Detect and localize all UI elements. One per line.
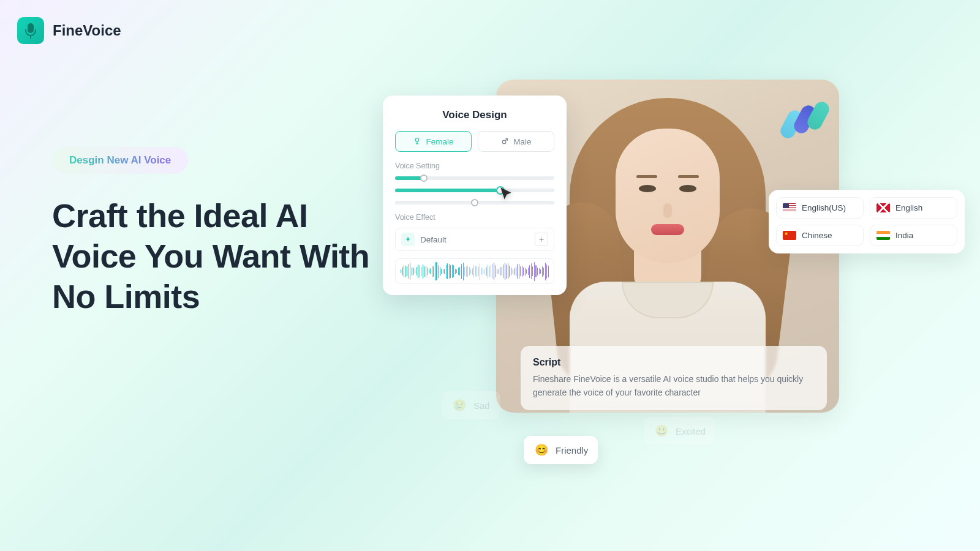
voice-effect-select[interactable]: ✦ Default +: [395, 228, 554, 251]
svg-rect-0: [28, 23, 34, 33]
voice-effect-label: Voice Effect: [395, 213, 554, 222]
brand-logo-icon: [17, 17, 44, 44]
language-option-us[interactable]: English(US): [776, 197, 864, 219]
script-title: Script: [533, 357, 815, 368]
gender-female-button[interactable]: Female: [395, 131, 472, 152]
language-option-cn[interactable]: Chinese: [776, 225, 864, 246]
add-effect-button[interactable]: +: [535, 233, 548, 246]
mood-chip-excited[interactable]: 😃 Excited: [643, 416, 716, 446]
male-icon: [500, 137, 509, 146]
script-card: Script Fineshare FineVoice is a versatil…: [521, 346, 827, 410]
flag-in-icon: [876, 231, 890, 240]
flag-cn-icon: [783, 231, 796, 240]
mood-label: Sad: [473, 400, 490, 411]
hero-headline: Craft the Ideal AI Voice You Want With N…: [52, 196, 371, 317]
language-label: English: [895, 203, 922, 212]
language-option-in[interactable]: India: [870, 225, 957, 246]
sparkle-icon: ✦: [401, 233, 415, 246]
flag-us-icon: [783, 203, 796, 212]
waveform-preview: [395, 258, 554, 284]
voice-setting-label: Voice Setting: [395, 162, 554, 170]
sad-emoji-icon: 😢: [451, 397, 467, 413]
mood-chip-sad[interactable]: 😢 Sad: [441, 391, 500, 420]
header: FineVoice: [17, 17, 121, 44]
voice-effect-value: Default: [420, 235, 447, 244]
friendly-emoji-icon: 😊: [533, 442, 549, 458]
decorative-shapes: [784, 101, 833, 144]
gender-male-label: Male: [513, 137, 531, 146]
gender-male-button[interactable]: Male: [478, 131, 554, 152]
svg-point-2: [416, 138, 420, 142]
hero-pill-text: Desgin New AI Voice: [69, 154, 171, 166]
voice-setting-slider-2[interactable]: [395, 189, 554, 192]
voice-setting-slider-1[interactable]: [395, 176, 554, 180]
gender-selector: Female Male: [395, 131, 554, 152]
hero-section: Desgin New AI Voice Craft the Ideal AI V…: [52, 147, 371, 317]
gender-female-label: Female: [426, 137, 453, 146]
mood-label: Excited: [676, 426, 706, 437]
mood-chip-friendly[interactable]: 😊 Friendly: [524, 436, 598, 464]
language-panel: English(US) English Chinese India: [769, 190, 965, 253]
female-icon: [413, 137, 421, 146]
script-body: Fineshare FineVoice is a versatile AI vo…: [533, 373, 815, 399]
voice-setting-slider-3[interactable]: [395, 201, 554, 204]
cursor-icon: [499, 186, 514, 204]
excited-emoji-icon: 😃: [654, 423, 669, 439]
mood-label: Friendly: [556, 445, 588, 455]
voice-design-panel: Voice Design Female Male Voice Setting V…: [383, 96, 567, 295]
language-option-uk[interactable]: English: [870, 197, 957, 219]
language-label: India: [895, 231, 913, 240]
hero-pill: Desgin New AI Voice: [52, 147, 188, 174]
flag-uk-icon: [876, 203, 890, 212]
voice-design-title: Voice Design: [395, 109, 554, 121]
brand-name: FineVoice: [53, 22, 121, 39]
language-label: Chinese: [802, 231, 832, 240]
language-label: English(US): [802, 203, 846, 212]
svg-point-5: [503, 140, 507, 144]
